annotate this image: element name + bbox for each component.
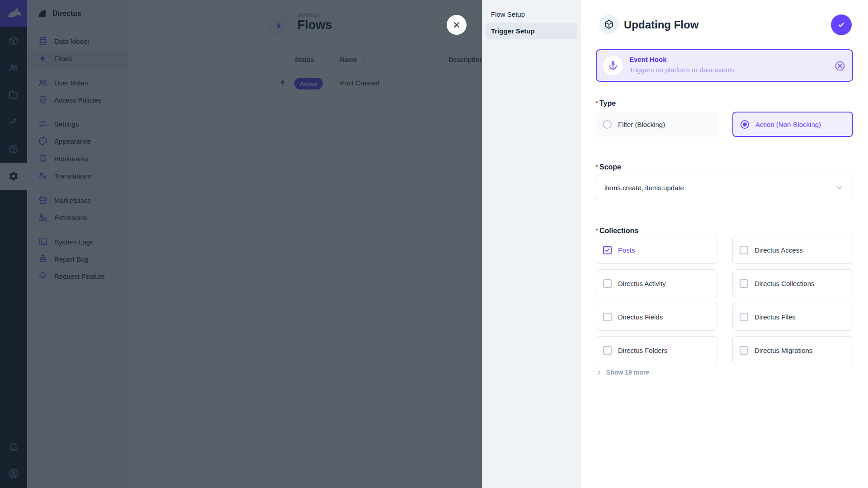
- collection-option-directus-folders[interactable]: Directus Folders: [596, 336, 717, 364]
- check-icon: [836, 20, 846, 30]
- checkbox-icon: [603, 346, 612, 355]
- collection-option-directus-migrations[interactable]: Directus Migrations: [732, 336, 853, 364]
- drawer-backdrop[interactable]: [0, 0, 482, 488]
- drawer-title: Updating Flow: [624, 19, 698, 31]
- checkbox-icon: [740, 346, 748, 355]
- collection-label: Directus Activity: [618, 280, 666, 287]
- banner-subtitle: Triggers on platform or data events: [629, 66, 735, 74]
- required-dot: [596, 229, 598, 230]
- scope-field-label: Scope: [599, 163, 621, 171]
- checkbox-icon: [603, 313, 612, 321]
- collection-option-directus-files[interactable]: Directus Files: [732, 303, 853, 331]
- trigger-type-banner[interactable]: Event Hook Triggers on platform or data …: [596, 49, 853, 82]
- collections-label-text: Collections: [599, 227, 638, 235]
- collection-label: Directus Fields: [618, 313, 663, 321]
- collections-field-label: Collections: [599, 227, 638, 235]
- checkbox-icon: [740, 279, 748, 288]
- close-icon: [452, 20, 461, 29]
- collection-label: Directus Folders: [618, 347, 667, 354]
- collection-label: Directus Files: [755, 313, 796, 321]
- collection-option-directus-activity[interactable]: Directus Activity: [596, 269, 717, 297]
- scope-select-value: items.create, items.update: [604, 184, 684, 192]
- cube-icon: [604, 19, 614, 30]
- chevron-right-icon: [596, 369, 603, 376]
- show-more-button[interactable]: Show 19 more: [596, 369, 649, 376]
- radio-on-icon: [741, 120, 749, 129]
- drawer-nav: Flow Setup Trigger Setup: [482, 0, 581, 488]
- show-more-label: Show 19 more: [606, 369, 649, 376]
- type-option-filter[interactable]: Filter (Blocking): [596, 112, 719, 137]
- show-more-divider: [656, 374, 853, 374]
- banner-icon-circle: [603, 56, 623, 75]
- checkbox-icon: [603, 279, 612, 288]
- collection-option-posts[interactable]: Posts: [596, 236, 717, 264]
- scope-label-text: Scope: [599, 163, 621, 171]
- type-option-action[interactable]: Action (Non-Blocking): [732, 112, 853, 137]
- collection-option-directus-access[interactable]: Directus Access: [732, 236, 853, 264]
- required-dot: [596, 165, 598, 167]
- drawer-nav-flow-setup[interactable]: Flow Setup: [486, 6, 577, 22]
- collection-label: Directus Migrations: [755, 347, 812, 354]
- save-button[interactable]: [831, 14, 852, 35]
- drawer-nav-trigger-setup[interactable]: Trigger Setup: [486, 23, 577, 39]
- close-drawer-button[interactable]: [447, 15, 467, 35]
- collection-label: Directus Collections: [755, 280, 815, 287]
- remove-trigger-icon[interactable]: [834, 60, 846, 72]
- checkbox-checked-icon: [603, 246, 612, 254]
- drawer-title-icon-circle: [599, 14, 619, 34]
- banner-title: Event Hook: [629, 56, 667, 63]
- directus-app: Directus Data Model Flows User Roles Acc…: [0, 0, 868, 488]
- collection-label: Posts: [618, 246, 635, 254]
- anchor-icon: [608, 60, 618, 71]
- type-field-label: Type: [599, 99, 616, 108]
- type-label-text: Type: [599, 99, 616, 107]
- type-option-label: Action (Non-Blocking): [755, 121, 821, 128]
- collection-label: Directus Access: [755, 246, 803, 254]
- type-option-label: Filter (Blocking): [618, 121, 665, 128]
- radio-off-icon: [603, 120, 612, 129]
- chevron-down-icon: [835, 183, 844, 192]
- checkbox-icon: [740, 313, 748, 321]
- checkbox-icon: [740, 246, 748, 254]
- required-dot: [596, 101, 598, 103]
- collection-option-directus-fields[interactable]: Directus Fields: [596, 303, 717, 331]
- collection-option-directus-collections[interactable]: Directus Collections: [732, 269, 853, 297]
- scope-select[interactable]: items.create, items.update: [596, 175, 853, 200]
